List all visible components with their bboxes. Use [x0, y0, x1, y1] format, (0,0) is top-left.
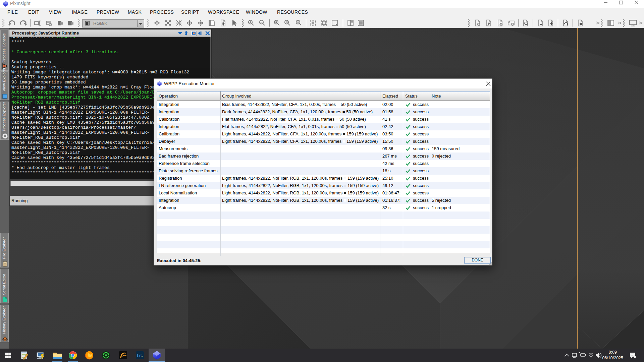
svg-text:Lrc: Lrc [137, 353, 143, 358]
